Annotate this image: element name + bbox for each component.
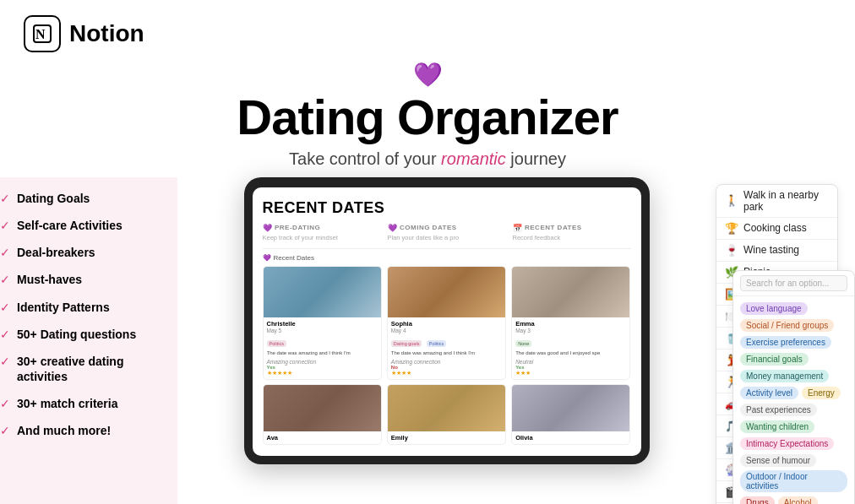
date-text-emma: The date was good and I enjoyed spe [515,350,626,357]
date-grid-top: Christelle May 5 Politics The date was a… [263,266,631,380]
col-predating: 💜PRE-DATING Keep track of your mindset [263,224,381,241]
feature-label: Dating Goals [17,191,90,206]
subtitle-after: journey [506,149,566,168]
features-list: ✓Dating Goals✓Self-care Activities✓Deal-… [0,191,177,439]
tag-item[interactable]: Social / Friend groups [740,319,834,332]
feature-check-icon: ✓ [0,273,10,286]
recent-dates-label: 💜Recent Dates [263,254,631,262]
date-name-sophia: Sophia [391,320,502,328]
date-name-ava: Ava [267,434,378,442]
photo-ava [264,385,381,431]
feature-item: ✓30+ creative dating activities [0,354,177,384]
activity-emoji: 🚶 [725,194,738,207]
tag-item[interactable]: Past experiences [740,404,817,416]
feature-check-icon: ✓ [0,192,10,205]
col-predating-sub: Keep track of your mindset [263,234,381,241]
feature-item: ✓Must-haves [0,272,177,287]
feature-check-icon: ✓ [0,219,10,232]
feature-check-icon: ✓ [0,397,10,410]
search-placeholder[interactable]: Search for an option... [740,275,847,291]
tablet-columns: 💜PRE-DATING Keep track of your mindset 💜… [263,224,631,241]
activity-panel: 🚶Walk in a nearby park🏆Cooking class🍷Win… [716,177,855,504]
col-recent: 📅RECENT DATES Record feedback [513,224,631,241]
activity-list-item: 🍷Wine tasting [716,240,837,262]
tag-item[interactable]: Sense of humour [740,454,816,467]
hero-title: Dating Organizer [0,90,855,144]
tag-item[interactable]: Drugs [740,496,775,504]
col-coming: 💜COMING DATES Plan your dates like a pro [388,224,506,241]
feature-label: 50+ Dating questions [17,327,136,342]
date-name-christelle: Christelle [267,320,378,328]
activity-emoji: 🍷 [725,244,738,257]
header: N Notion [0,0,855,61]
col-recent-label: RECENT DATES [525,224,582,231]
tag-item[interactable]: Wanting children [740,420,814,433]
photo-emily [388,385,505,431]
activity-emoji: 🏆 [725,222,738,235]
feature-item: ✓50+ Dating questions [0,327,177,342]
tag-item[interactable]: Activity level [740,387,798,399]
photo-emma [512,267,629,317]
tags-list: Love languageSocial / Friend groupsExerc… [733,296,854,504]
tablet-screen: RECENT DATES 💜PRE-DATING Keep track of y… [253,187,641,456]
notion-brand-name: Notion [69,20,144,47]
feature-item: ✓Dating Goals [0,191,177,206]
search-bar: Search for an option... [733,271,854,296]
subtitle-before: Take control of your [289,149,441,168]
feature-check-icon: ✓ [0,246,10,259]
feature-label: And much more! [17,423,111,438]
col-coming-sub: Plan your dates like a pro [388,234,506,241]
feature-item: ✓And much more! [0,423,177,438]
tag-politics-blue: Politics [427,340,446,347]
hero-subtitle: Take control of your romantic journey [0,149,855,169]
feature-item: ✓Identity Patterns [0,300,177,315]
tag-item[interactable]: Alcohol [778,496,818,504]
tag-item[interactable]: Exercise preferences [740,336,831,349]
date-card-emma: Emma May 3 None The date was good and I … [511,266,630,380]
date-card-olivia: Olivia [511,384,630,445]
connection-christelle: Amazing connection [267,359,378,365]
date-name-olivia: Olivia [515,434,626,442]
activity-list-item: 🏆Cooking class [716,218,837,240]
activity-list-item: 🚶Walk in a nearby park [716,185,837,218]
tag-item[interactable]: Financial goals [740,353,809,366]
tablet-mockup: RECENT DATES 💜PRE-DATING Keep track of y… [177,177,716,504]
activity-label: Walk in a nearby park [743,189,829,213]
feature-check-icon: ✓ [0,301,10,314]
tag-datinggoals: Dating goals [391,340,422,347]
hero-section: 💜 Dating Organizer Take control of your … [0,61,855,177]
tablet-title: RECENT DATES [263,199,631,217]
date-card-sophia: Sophia May 4 Dating goals Politics The d… [387,266,506,380]
activity-label: Wine tasting [743,244,799,256]
feature-label: 30+ creative dating activities [17,354,177,384]
feature-label: Must-haves [17,272,82,287]
feature-label: Deal-breakers [17,245,95,260]
features-sidebar: ✓Dating Goals✓Self-care Activities✓Deal-… [0,177,177,504]
recent-dates-text: Recent Dates [274,254,314,262]
tag-item[interactable]: Intimacy Expectations [740,437,834,450]
tag-item[interactable]: Energy [802,387,841,399]
photo-sophia [388,267,505,317]
photo-christelle [264,267,381,317]
date-date-sophia: May 4 [391,328,502,333]
tablet-frame: RECENT DATES 💜PRE-DATING Keep track of y… [244,177,650,464]
tag-item[interactable]: Money management [740,370,829,382]
tag-politics: Politics [267,340,286,347]
feature-item: ✓30+ match criteria [0,396,177,411]
tag-item[interactable]: Love language [740,302,808,315]
date-card-christelle: Christelle May 5 Politics The date was a… [263,266,382,380]
stars-christelle: ★★★★★ [267,370,378,377]
activity-label: Cooking class [743,222,807,234]
feature-label: Self-care Activities [17,218,123,233]
col-coming-label: COMING DATES [400,224,457,231]
date-grid-bottom: Ava Emily Olivia [263,384,631,445]
date-date-emma: May 3 [515,328,626,333]
feature-label: Identity Patterns [17,300,110,315]
date-card-emily: Emily [387,384,506,445]
feature-check-icon: ✓ [0,355,10,368]
date-card-ava: Ava [263,384,382,445]
tag-item[interactable]: Outdoor / Indoor activities [740,470,847,492]
main-content: ✓Dating Goals✓Self-care Activities✓Deal-… [0,177,855,504]
photo-olivia [512,385,629,431]
notion-logo-icon: N [24,15,61,52]
